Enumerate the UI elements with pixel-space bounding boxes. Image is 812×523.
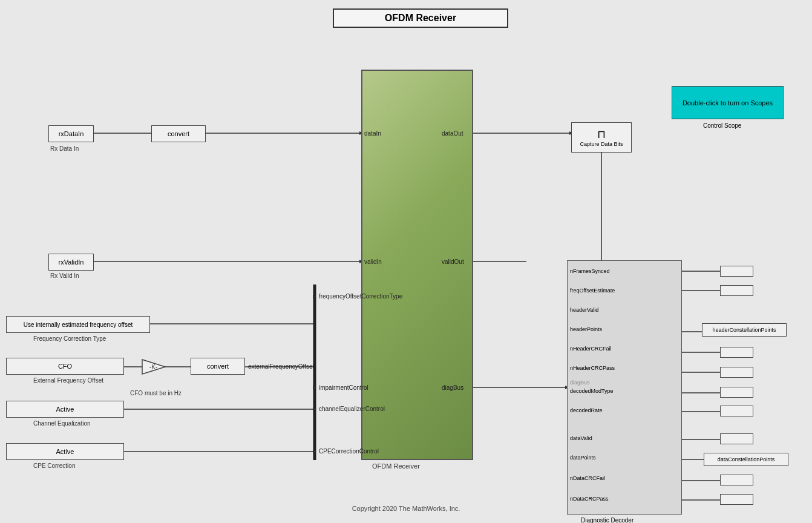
diag-port-nHeaderCRCPass: nHeaderCRCPass [570, 365, 615, 371]
port-dataIn: dataIn [364, 130, 381, 137]
rx-valid-in-block[interactable]: rxValidIn [48, 254, 94, 271]
channel-eq-block[interactable]: Active [6, 401, 124, 418]
svg-marker-29 [313, 386, 316, 389]
diag-port-diagBus: diagBus [570, 380, 590, 386]
port-impairment: impairmentControl [319, 384, 368, 391]
diag-port-nDataCRCPass: nDataCRCPass [570, 496, 609, 502]
port-freqOffset: frequencyOffsetCorrectionType [319, 293, 402, 300]
diag-port-freqOffset: freqOffsetEstimate [570, 288, 615, 294]
svg-text:-K-: -K- [149, 364, 157, 370]
diag-port-dataPoints: dataPoints [570, 455, 596, 461]
diag-port-headerPoints: headerPoints [570, 326, 602, 332]
port-validIn: validIn [364, 258, 382, 265]
diag-port-nHeaderCRCFail: nHeaderCRCFail [570, 346, 612, 352]
channel-eq-label: Channel Equalization [33, 420, 91, 427]
out-freqOffset [720, 285, 753, 296]
rx-data-in-label: Rx Data In [50, 145, 79, 152]
diag-port-nFramesSynced: nFramesSynced [570, 268, 610, 274]
freq-corr-type-label: Frequency Correction Type [33, 335, 106, 342]
cfo-note: CFO must be in Hz [130, 390, 182, 396]
control-scope-label: Control Scope [703, 122, 741, 129]
convert2-block[interactable]: convert [191, 358, 245, 375]
control-scope-block[interactable]: Double-click to turn on Scopes [672, 86, 784, 119]
out-dataValid [720, 433, 753, 444]
diag-port-headerValid: headerValid [570, 307, 598, 313]
svg-marker-31 [313, 450, 316, 453]
ofdm-block-label: OFDM Receiver [372, 462, 420, 470]
rx-valid-in-label: Rx Valid In [50, 272, 79, 279]
capture-data-bits-block[interactable]: ⊓ Capture Data Bits [571, 122, 632, 153]
cfo-block[interactable]: CFO [6, 358, 124, 375]
cfo-label: External Frequency Offset [33, 377, 103, 384]
diag-port-dataValid: dataValid [570, 435, 592, 441]
diagram-title: OFDM Receiver [333, 8, 508, 28]
out-nDataCRCPass [720, 494, 753, 505]
copyright-text: Copyright 2020 The MathWorks, Inc. [352, 505, 460, 512]
header-constellation-block[interactable]: headerConstellationPoints [702, 323, 787, 337]
data-constellation-block[interactable]: dataConstellationPoints [704, 453, 788, 466]
diag-decoder-label: Diagnostic Decoder [581, 517, 634, 523]
port-chEq: channelEqualizerControl [319, 406, 385, 412]
svg-marker-30 [313, 407, 316, 411]
port-dataOut: dataOut [442, 130, 463, 137]
svg-marker-32 [313, 295, 316, 298]
port-diagBus: diagBus [442, 384, 463, 391]
diag-port-nDataCRCFail: nDataCRCFail [570, 475, 605, 481]
out-decodedRate [720, 406, 753, 416]
out-decodedModType [720, 387, 753, 398]
port-cpe: CPECorrectionControl [319, 448, 379, 455]
out-nHeaderCRCPass [720, 367, 753, 378]
out-nHeaderCRCFail [720, 347, 753, 358]
freq-corr-type-block[interactable]: Use internally estimated frequency offse… [6, 316, 150, 333]
port-extFreq: externalFrequencyOffset [248, 363, 314, 370]
cpe-corr-label: CPE Correction [33, 462, 75, 469]
cpe-corr-block[interactable]: Active [6, 443, 124, 460]
diag-port-decodedRate: decodedRate [570, 407, 603, 413]
diag-port-decodedModType: decodedModType [570, 388, 614, 394]
rx-data-in-block[interactable]: rxDataIn [48, 125, 94, 142]
diag-decoder-block[interactable]: nFramesSynced freqOffsetEstimate headerV… [567, 260, 682, 515]
port-validOut: validOut [442, 258, 464, 265]
out-nFramesSynced [720, 266, 753, 277]
out-nDataCRCFail [720, 475, 753, 485]
gain-block[interactable]: -K- [141, 358, 166, 375]
convert1-block[interactable]: convert [151, 125, 206, 142]
